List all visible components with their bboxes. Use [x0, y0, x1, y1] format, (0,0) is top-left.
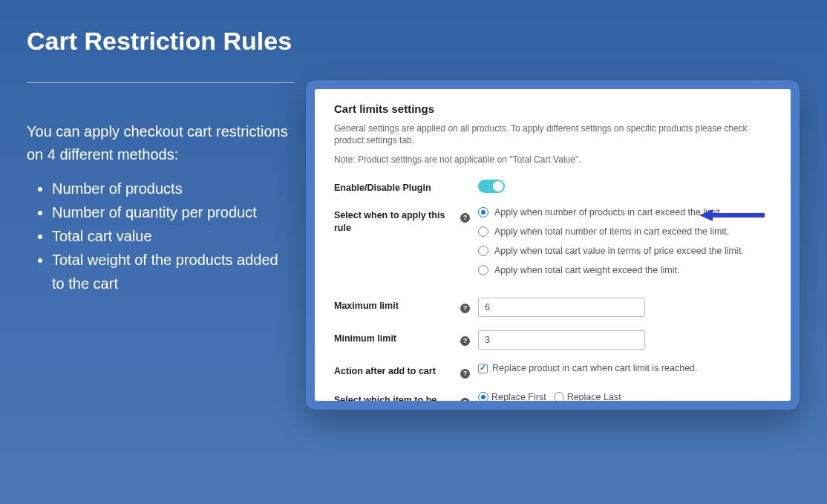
- replace-first-label: Replace First: [491, 392, 546, 401]
- intro-text: You can apply checkout cart restrictions…: [27, 120, 294, 166]
- rule-option[interactable]: Apply when total number of items in cart…: [478, 226, 771, 237]
- radio-icon[interactable]: [478, 246, 488, 256]
- enable-label: Enable/Disable Plugin: [334, 180, 460, 194]
- help-icon[interactable]: ?: [460, 336, 470, 346]
- rule-option-label: Apply when total number of items in cart…: [494, 226, 729, 237]
- rule-option-label: Apply when total cart weight exceed the …: [494, 265, 679, 275]
- rule-option-label: Apply when number of products in cart ex…: [494, 207, 722, 217]
- action-label: Action after add to cart: [334, 363, 460, 378]
- rule-option[interactable]: Apply when total cart weight exceed the …: [478, 265, 771, 275]
- panel-subtext: General settings are applied on all prod…: [334, 122, 771, 146]
- panel-heading: Cart limits settings: [334, 102, 771, 115]
- replace-which-label: Select which item to be: [334, 392, 460, 401]
- help-icon[interactable]: ?: [460, 369, 470, 379]
- settings-panel: Cart limits settings General settings ar…: [315, 89, 791, 401]
- radio-icon[interactable]: [478, 392, 488, 401]
- rule-label: Select when to apply this rule: [334, 207, 460, 235]
- rule-option[interactable]: Apply when number of products in cart ex…: [478, 207, 771, 217]
- rule-option-label: Apply when total cart value in terms of …: [494, 246, 744, 256]
- radio-icon[interactable]: [554, 392, 564, 401]
- list-item: Total cart value: [52, 224, 294, 248]
- replace-checkbox[interactable]: [478, 364, 488, 373]
- page-title: Cart Restriction Rules: [27, 27, 294, 56]
- panel-note: Note: Product settings are not applicabl…: [334, 154, 771, 166]
- divider: [27, 82, 294, 83]
- rule-option[interactable]: Apply when total cart value in terms of …: [478, 246, 771, 256]
- list-item: Total weight of the products added to th…: [52, 248, 294, 295]
- replace-last-label: Replace Last: [567, 392, 621, 401]
- action-text: Replace product in cart when cart limit …: [492, 363, 698, 373]
- max-limit-label: Maximum limit: [334, 298, 460, 312]
- help-icon[interactable]: ?: [460, 213, 470, 223]
- radio-icon[interactable]: [478, 226, 488, 237]
- min-limit-label: Minimum limit: [334, 330, 460, 345]
- list-item: Number of products: [52, 177, 294, 200]
- help-icon[interactable]: ?: [460, 304, 470, 313]
- max-limit-input[interactable]: [478, 298, 645, 317]
- enable-toggle[interactable]: [478, 180, 505, 193]
- settings-panel-frame: Cart limits settings General settings ar…: [306, 80, 800, 410]
- help-icon[interactable]: ?: [460, 398, 470, 401]
- radio-icon[interactable]: [478, 207, 488, 217]
- radio-icon[interactable]: [478, 265, 488, 275]
- list-item: Number of quantity per product: [52, 200, 294, 224]
- methods-list: Number of products Number of quantity pe…: [27, 177, 294, 295]
- min-limit-input[interactable]: [478, 330, 645, 350]
